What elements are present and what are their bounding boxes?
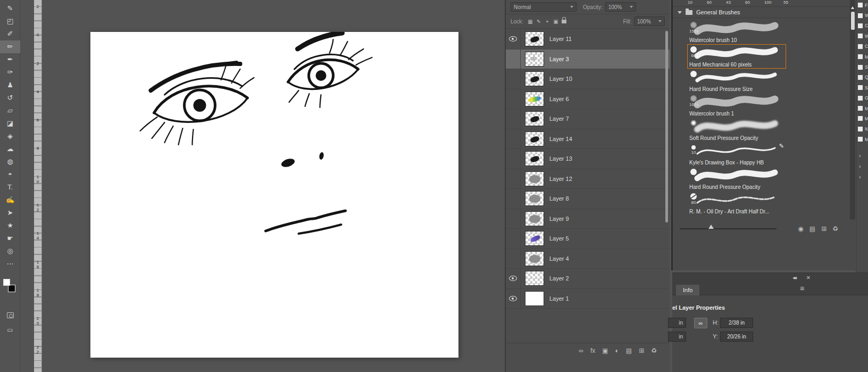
- brush-tile[interactable]: 60: [706, 0, 716, 5]
- brush-preset[interactable]: Soft Round Pressure Opacity: [687, 118, 786, 142]
- blend-mode-select[interactable]: Normal: [511, 2, 577, 12]
- layers-scrollbar[interactable]: [665, 31, 668, 222]
- brush-group-header[interactable]: General Brushes: [673, 6, 855, 18]
- background-color-swatch[interactable]: [8, 285, 15, 292]
- strip-item[interactable]: Qua: [856, 72, 868, 82]
- expand-chevron-icon[interactable]: ›: [856, 161, 861, 171]
- layer-thumbnail[interactable]: [525, 31, 544, 46]
- layer-visibility-toggle[interactable]: [506, 29, 521, 49]
- foreground-color-swatch[interactable]: [3, 279, 10, 286]
- brushes-scrollbar[interactable]: [850, 0, 855, 219]
- layer-visibility-toggle[interactable]: [506, 289, 521, 309]
- new-layer-button[interactable]: ⊞: [639, 347, 644, 354]
- layer-row[interactable]: Layer 5: [506, 229, 670, 249]
- tab-info[interactable]: Info: [676, 285, 699, 295]
- blur-tool[interactable]: ☁: [0, 143, 20, 155]
- layer-visibility-toggle[interactable]: [506, 49, 521, 69]
- y-value-field[interactable]: 20/26 in: [720, 332, 753, 342]
- layer-row[interactable]: Layer 3: [506, 49, 670, 70]
- strip-item[interactable]: Wat: [856, 31, 868, 41]
- layer-row[interactable]: Layer 8: [506, 189, 670, 209]
- brush-preset[interactable]: 1559 Watercolor brush 10: [687, 20, 786, 44]
- strip-item[interactable]: Idea: [856, 124, 868, 134]
- layer-thumbnail[interactable]: [525, 131, 544, 146]
- strip-item[interactable]: Mix: [856, 103, 868, 113]
- lock-toggle-button[interactable]: +: [543, 17, 552, 27]
- layer-thumbnail[interactable]: [525, 151, 544, 166]
- strip-item[interactable]: Sav: [856, 82, 868, 93]
- strip-item[interactable]: Wod: [856, 10, 868, 20]
- strip-item[interactable]: Gra: [856, 93, 868, 103]
- expand-chevron-icon[interactable]: ›: [856, 150, 861, 161]
- gradient-tool[interactable]: ◪: [0, 117, 20, 130]
- panel-menu-icon[interactable]: ≡: [800, 284, 804, 293]
- lock-toggle-button[interactable]: ▣: [552, 17, 560, 27]
- pencil-tool[interactable]: ✒: [0, 53, 20, 66]
- brush-preset[interactable]: 80 R. M. - Oil Dry - Art Draft Half Dr..…: [687, 191, 786, 216]
- strip-item[interactable]: Moti: [856, 134, 868, 144]
- quick-mask-button[interactable]: [0, 311, 20, 321]
- path-selection-tool[interactable]: ➤: [0, 206, 20, 219]
- strip-item[interactable]: Mo: [856, 113, 868, 123]
- smudge-tool[interactable]: ◍: [0, 155, 20, 168]
- layer-visibility-toggle[interactable]: [506, 209, 521, 229]
- layer-thumbnail[interactable]: [525, 92, 544, 106]
- strip-item[interactable]: Mob: [856, 52, 868, 62]
- strip-item[interactable]: Fro: [856, 0, 868, 10]
- layer-thumbnail[interactable]: [525, 291, 544, 306]
- layer-row[interactable]: Layer 14: [506, 129, 670, 150]
- layer-thumbnail[interactable]: [525, 271, 544, 286]
- layer-row[interactable]: Layer 4: [506, 249, 670, 269]
- brush-preset[interactable]: 10 ✎ Kyle's Drawing Box - Happy HB: [687, 142, 786, 167]
- h-value-field[interactable]: 2/38 in: [720, 318, 753, 328]
- layer-row[interactable]: Layer 11: [506, 29, 670, 49]
- link-dimensions-button[interactable]: ∞: [694, 318, 707, 328]
- slider-thumb-icon[interactable]: [708, 225, 714, 229]
- layer-visibility-toggle[interactable]: [506, 129, 521, 149]
- curvature-pen-tool[interactable]: ✎: [0, 2, 20, 15]
- unit-select[interactable]: in: [668, 332, 686, 342]
- layer-row[interactable]: Layer 10: [506, 69, 670, 89]
- layer-visibility-toggle[interactable]: [506, 89, 521, 109]
- link-layers-button[interactable]: ∞: [579, 347, 583, 354]
- zoom-tool[interactable]: ◎: [0, 245, 20, 258]
- layer-row[interactable]: Layer 1: [506, 289, 670, 309]
- brush-tile[interactable]: 43: [725, 0, 736, 5]
- expand-chevron-icon[interactable]: ›: [856, 171, 861, 182]
- type-tool[interactable]: T.: [0, 181, 20, 194]
- fill-select[interactable]: 100%: [634, 16, 665, 26]
- layer-row[interactable]: Layer 13: [506, 149, 670, 169]
- layer-visibility-toggle[interactable]: [506, 149, 521, 169]
- layer-row[interactable]: Layer 12: [506, 169, 670, 189]
- layer-thumbnail[interactable]: [525, 52, 544, 67]
- eraser-tool[interactable]: ▱: [0, 104, 20, 117]
- new-brush-button[interactable]: ⊞: [821, 225, 827, 233]
- brushes-scrollbar-thumb[interactable]: [851, 12, 855, 30]
- dodge-tool[interactable]: ◓: [0, 168, 20, 181]
- brush-tool[interactable]: ✏: [0, 40, 20, 53]
- brush-size-slider[interactable]: [680, 228, 777, 229]
- brush-tile[interactable]: 10: [687, 0, 697, 5]
- layer-mask-button[interactable]: ▣: [602, 347, 608, 354]
- adjustment-layer-button[interactable]: ◐: [615, 347, 619, 354]
- opacity-select[interactable]: 100%: [605, 2, 636, 12]
- strip-item[interactable]: Cast: [856, 21, 868, 31]
- brush-preset[interactable]: Hard Round Pressure Opacity: [687, 167, 786, 191]
- layer-visibility-toggle[interactable]: [506, 189, 521, 209]
- brush-preset[interactable]: Hard Round Pressure Size: [687, 69, 786, 93]
- eyedropper-tool[interactable]: ✐: [0, 28, 20, 40]
- layer-row[interactable]: Layer 9: [506, 209, 670, 229]
- brush-tile[interactable]: 60: [744, 0, 755, 5]
- paint-bucket-tool[interactable]: ◈: [0, 130, 20, 143]
- layer-visibility-toggle[interactable]: [506, 229, 521, 249]
- strip-item[interactable]: Sep: [856, 62, 868, 72]
- layer-thumbnail[interactable]: [525, 231, 544, 246]
- layer-effects-button[interactable]: fx: [590, 347, 595, 354]
- new-brush-group-button[interactable]: ▤: [809, 225, 815, 233]
- crop-tool[interactable]: ◰: [0, 15, 20, 28]
- brush-tile[interactable]: 55: [782, 0, 793, 5]
- layer-group-button[interactable]: ▤: [626, 347, 632, 354]
- brush-preset[interactable]: 60 Hard Mechanical 60 pixels: [687, 44, 786, 69]
- brush-tile[interactable]: 100: [763, 0, 774, 5]
- history-brush-tool[interactable]: ↺: [0, 92, 20, 104]
